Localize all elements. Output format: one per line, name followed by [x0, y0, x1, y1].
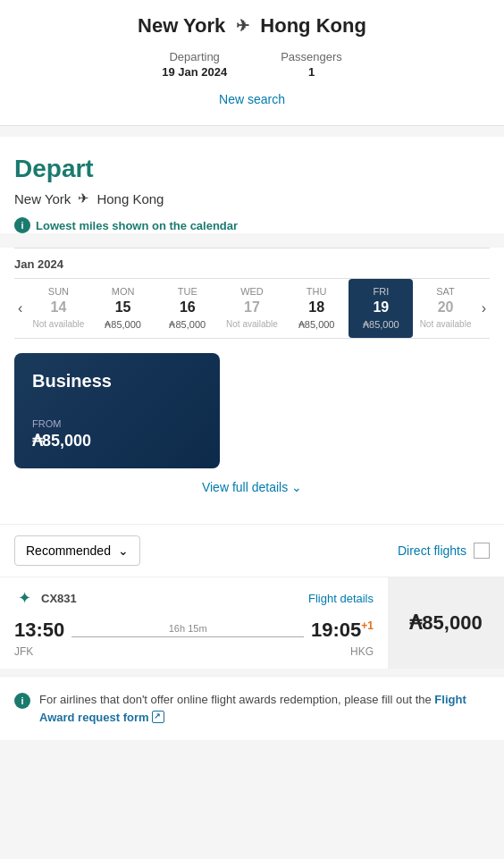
day-number: 14	[29, 299, 87, 316]
notice-text: For airlines that don't offer online fli…	[39, 691, 490, 726]
arrival-airport: HKG	[350, 645, 374, 658]
calendar-day[interactable]: MON15₳85,000	[91, 279, 155, 338]
day-price: ₳85,000	[352, 319, 409, 331]
departing-label: Departing	[162, 50, 227, 63]
calendar-day[interactable]: TUE16₳85,000	[155, 279, 220, 338]
month-label: Jan 2024	[14, 248, 490, 278]
calendar-day[interactable]: SAT20Not available	[413, 279, 477, 338]
next-week-arrow[interactable]: ›	[478, 279, 490, 338]
day-price: ₳85,000	[159, 319, 216, 331]
depart-origin: New York	[14, 191, 71, 206]
flight-times: 13:50 16h 15m 19:05+1	[14, 619, 374, 642]
recommended-label: Recommended	[26, 543, 111, 558]
calendar-day[interactable]: SUN14Not available	[26, 279, 90, 338]
origin-city: New York	[138, 14, 225, 38]
passengers-info: Passengers 1	[281, 50, 342, 79]
day-name: TUE	[159, 286, 216, 297]
airline-logo: ✦	[14, 588, 34, 608]
day-number: 16	[159, 299, 216, 316]
flight-number: CX831	[41, 592, 77, 605]
day-name: FRI	[352, 286, 409, 297]
chevron-down-icon: ⌄	[118, 543, 129, 558]
calendar-row: ‹ SUN14Not availableMON15₳85,000TUE16₳85…	[14, 278, 490, 339]
search-header: New York ✈ Hong Kong Departing 19 Jan 20…	[0, 0, 504, 126]
direct-flights-label: Direct flights	[398, 543, 466, 558]
from-label: FROM	[32, 418, 202, 429]
notice-info-icon: i	[14, 693, 30, 709]
departure-airport: JFK	[14, 645, 33, 658]
depart-destination: Hong Kong	[97, 191, 164, 206]
calendar-day[interactable]: THU18₳85,000	[284, 279, 349, 338]
departing-info: Departing 19 Jan 2024	[162, 50, 227, 79]
depart-section: Depart New York ✈ Hong Kong i Lowest mil…	[0, 137, 504, 233]
day-number: 20	[416, 299, 474, 316]
depart-title: Depart	[14, 155, 490, 183]
trip-meta: Departing 19 Jan 2024 Passengers 1	[18, 50, 486, 79]
prev-week-arrow[interactable]: ‹	[14, 279, 26, 338]
passengers-label: Passengers	[281, 50, 342, 63]
day-name: THU	[288, 286, 345, 297]
day-name: SAT	[416, 286, 474, 297]
flight-price: ₳85,000	[409, 611, 482, 635]
view-full-details[interactable]: View full details ⌄	[14, 468, 490, 510]
day-name: MON	[95, 286, 152, 297]
route-display: New York ✈ Hong Kong	[18, 14, 486, 38]
lowest-miles-text: Lowest miles shown on the calendar	[36, 219, 238, 232]
duration-line: 16h 15m	[71, 623, 304, 637]
day-price: Not available	[416, 319, 474, 329]
destination-city: Hong Kong	[260, 14, 366, 38]
flight-header: ✦ CX831 Flight details	[14, 588, 374, 608]
plane-icon: ✈	[236, 16, 249, 36]
calendar-section: Jan 2024 ‹ SUN14Not availableMON15₳85,00…	[0, 248, 504, 339]
flight-price-cell[interactable]: ₳85,000	[388, 577, 504, 669]
flight-card: ✦ CX831 Flight details 13:50 16h 15m 19:…	[0, 577, 504, 669]
filter-bar: Recommended ⌄ Direct flights	[0, 524, 504, 577]
day-price: ₳85,000	[95, 319, 152, 331]
depart-route: New York ✈ Hong Kong	[14, 190, 490, 206]
flight-details-link[interactable]: Flight details	[308, 592, 374, 605]
departing-value: 19 Jan 2024	[162, 65, 227, 79]
view-full-link[interactable]: View full details ⌄	[202, 480, 302, 494]
calendar-days: SUN14Not availableMON15₳85,000TUE16₳85,0…	[26, 279, 477, 338]
business-title: Business	[32, 371, 202, 392]
next-day-indicator: +1	[361, 619, 374, 632]
chevron-down-icon: ⌄	[291, 480, 302, 494]
day-price: ₳85,000	[288, 319, 345, 331]
business-price: ₳85,000	[32, 431, 202, 451]
calendar-day[interactable]: FRI19₳85,000	[349, 279, 413, 338]
cathay-pacific-icon: ✦	[18, 588, 31, 608]
flight-line-bar	[71, 636, 304, 637]
arrival-time: 19:05+1	[311, 619, 374, 642]
airport-row: JFK HKG	[14, 645, 374, 658]
business-card[interactable]: Business FROM ₳85,000	[14, 353, 220, 468]
recommended-dropdown[interactable]: Recommended ⌄	[14, 535, 140, 566]
lowest-miles-bar: i Lowest miles shown on the calendar	[14, 217, 490, 233]
day-price: Not available	[223, 319, 281, 329]
day-price: Not available	[29, 319, 87, 329]
info-icon: i	[14, 217, 30, 233]
day-number: 18	[288, 299, 345, 316]
day-number: 17	[223, 299, 281, 316]
cabin-cards-section: Business FROM ₳85,000 View full details …	[0, 339, 504, 524]
calendar-day[interactable]: WED17Not available	[220, 279, 284, 338]
direct-flights-filter[interactable]: Direct flights	[398, 543, 490, 559]
day-number: 19	[352, 299, 409, 316]
bottom-notice: i For airlines that don't offer online f…	[0, 676, 504, 740]
small-plane-icon: ✈	[78, 190, 89, 206]
day-name: WED	[223, 286, 281, 297]
flight-main-info: ✦ CX831 Flight details 13:50 16h 15m 19:…	[0, 577, 388, 669]
departure-time: 13:50	[14, 619, 64, 642]
direct-flights-checkbox[interactable]	[474, 543, 490, 559]
new-search-link[interactable]: New search	[219, 92, 285, 106]
duration-text: 16h 15m	[169, 623, 207, 634]
day-number: 15	[95, 299, 152, 316]
passengers-value: 1	[281, 65, 342, 79]
day-name: SUN	[29, 286, 87, 297]
external-link-icon	[152, 711, 164, 723]
